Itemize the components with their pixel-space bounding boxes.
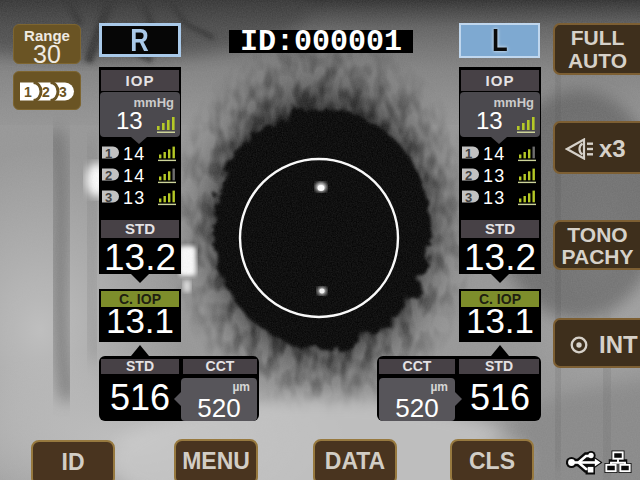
- svg-text:13: 13: [123, 188, 145, 208]
- svg-text:3: 3: [105, 190, 112, 205]
- svg-text:3: 3: [465, 190, 472, 205]
- svg-text:3: 3: [59, 84, 67, 100]
- svg-text:2: 2: [42, 84, 50, 100]
- svg-text:13: 13: [483, 188, 505, 208]
- svg-text:2: 2: [105, 168, 112, 183]
- svg-text:1: 1: [105, 146, 112, 161]
- svg-text:1: 1: [465, 146, 472, 161]
- svg-text:1: 1: [24, 84, 32, 100]
- svg-text:14: 14: [483, 144, 505, 164]
- svg-text:2: 2: [465, 168, 472, 183]
- svg-text:13: 13: [483, 166, 505, 186]
- svg-text:14: 14: [123, 166, 145, 186]
- svg-text:14: 14: [123, 144, 145, 164]
